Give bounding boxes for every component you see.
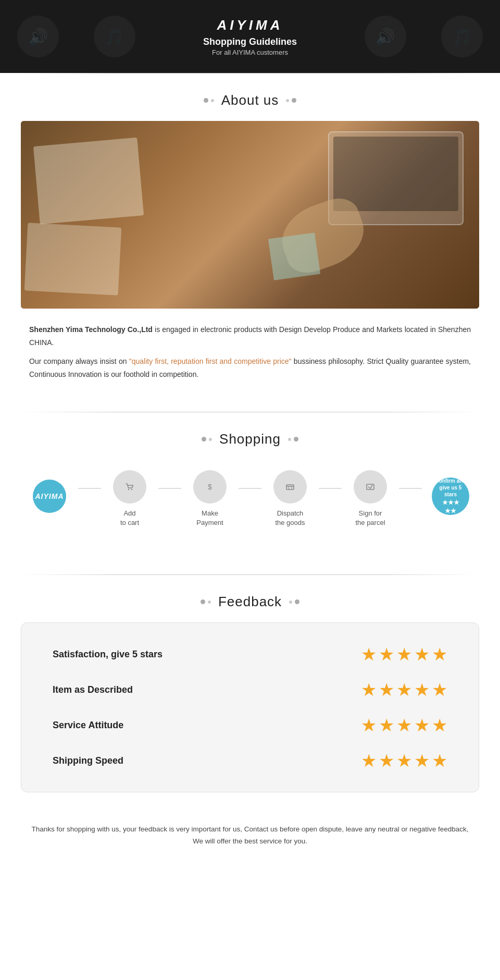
heading-dots-left (204, 98, 214, 103)
about-paragraph-2: Our company always insist on "quality fi… (29, 355, 471, 381)
step-sign: Sign forthe parcel (342, 470, 399, 528)
feedback-section-title: Feedback (218, 594, 282, 610)
star-4 (414, 644, 430, 665)
connector-1 (78, 488, 101, 489)
stars-shipping (361, 750, 447, 771)
step-label-sign: Sign forthe parcel (355, 509, 385, 528)
feedback-heading: Feedback (0, 594, 500, 610)
dot (289, 601, 292, 604)
dot (211, 99, 214, 102)
feedback-row-shipping: Shipping Speed (53, 750, 447, 771)
dot (202, 437, 206, 442)
step-confirm: Confirm andgive us 5 stars ★★★★★ (422, 477, 479, 520)
star-5 (432, 644, 447, 665)
dot (286, 99, 289, 102)
paper-decoration-2 (24, 223, 122, 295)
star-1 (361, 679, 377, 700)
note-decoration (268, 232, 320, 280)
star-3 (396, 679, 412, 700)
star-4 (414, 715, 430, 736)
feedback-section: Satisfaction, give 5 stars Item as Descr… (0, 622, 500, 813)
svg-point-0 (123, 480, 136, 494)
divider-2 (21, 412, 479, 412)
star-5 (432, 679, 447, 700)
star-5 (432, 715, 447, 736)
stars-described (361, 679, 447, 700)
confirm-stars-display: ★★★★★ (442, 499, 459, 515)
connector-4 (319, 488, 342, 489)
bg-icon-3: 🔊 (365, 16, 406, 57)
heading-dots-right-2 (288, 437, 298, 442)
stars-satisfaction (361, 644, 447, 665)
dot (204, 98, 208, 103)
step-icon-cart (113, 470, 146, 504)
header-subtitle: For all AIYIMA customers (203, 48, 297, 56)
paper-decoration-1 (33, 138, 144, 225)
shopping-section-title: Shopping (219, 431, 281, 447)
confirm-text: Confirm andgive us 5 stars (435, 477, 466, 498)
footer-text: Thanks for shopping with us, your feedba… (32, 825, 469, 845)
dot (288, 438, 291, 441)
step-icon-dispatch (273, 470, 307, 504)
star-3 (396, 750, 412, 771)
dot (292, 98, 296, 103)
star-2 (379, 750, 394, 771)
step-label-dispatch: Dispatchthe goods (275, 509, 305, 528)
star-3 (396, 644, 412, 665)
star-1 (361, 644, 377, 665)
footer-note: Thanks for shopping with us, your feedba… (0, 813, 500, 874)
shopping-steps: AIYIMA Addto cart $ (21, 460, 479, 543)
star-1 (361, 715, 377, 736)
step-icon-payment: $ (193, 470, 227, 504)
spacer (0, 564, 500, 574)
step-brand: AIYIMA (21, 480, 78, 518)
connector-2 (158, 488, 181, 489)
heading-dots-right (286, 98, 296, 103)
about-image-inner (21, 121, 479, 309)
step-icon-brand: AIYIMA (33, 480, 66, 513)
step-cart: Addto cart (101, 470, 158, 528)
header-title: Shopping Guidelines (203, 36, 297, 47)
star-1 (361, 750, 377, 771)
heading-dots-right-3 (289, 599, 299, 604)
bg-icon-1: 🔊 (17, 16, 59, 57)
about-highlight: "quality first, reputation first and com… (129, 357, 292, 365)
company-name: Shenzhen Yima Technology Co.,Ltd (29, 325, 153, 334)
feedback-label-described: Item as Described (53, 684, 133, 695)
dot (208, 601, 211, 604)
stars-service (361, 715, 447, 736)
connector-5 (399, 488, 422, 489)
about-section-title: About us (221, 92, 279, 108)
heading-dots-left-2 (202, 437, 212, 442)
star-3 (396, 715, 412, 736)
svg-point-1 (128, 489, 129, 490)
star-2 (379, 644, 394, 665)
step-dispatch: Dispatchthe goods (261, 470, 319, 528)
star-4 (414, 750, 430, 771)
star-5 (432, 750, 447, 771)
dot (295, 599, 299, 604)
feedback-row-described: Item as Described (53, 679, 447, 700)
feedback-label-service: Service Attitude (53, 720, 123, 731)
about-heading: About us (0, 92, 500, 108)
dot (209, 438, 212, 441)
step-payment: $ MakePayment (181, 470, 239, 528)
feedback-label-satisfaction: Satisfaction, give 5 stars (53, 649, 162, 660)
star-2 (379, 679, 394, 700)
about-text: Shenzhen Yima Technology Co.,Ltd is enga… (21, 323, 479, 381)
dot (294, 437, 298, 442)
page-header: 🔊 🎵 🔊 🎵 AIYIMA Shopping Guidelines For a… (0, 0, 500, 73)
connector-3 (239, 488, 261, 489)
svg-text:$: $ (208, 483, 212, 491)
laptop-screen (333, 137, 458, 211)
about-section: Shenzhen Yima Technology Co.,Ltd is enga… (0, 121, 500, 391)
brand-logo: AIYIMA (203, 17, 297, 33)
divider-1 (21, 73, 479, 74)
svg-point-5 (283, 480, 297, 494)
svg-point-7 (364, 480, 377, 494)
about-paragraph-1: Shenzhen Yima Technology Co.,Ltd is enga… (29, 323, 471, 349)
feedback-label-shipping: Shipping Speed (53, 755, 123, 766)
about-image (21, 121, 479, 309)
feedback-row-service: Service Attitude (53, 715, 447, 736)
dot (201, 599, 205, 604)
